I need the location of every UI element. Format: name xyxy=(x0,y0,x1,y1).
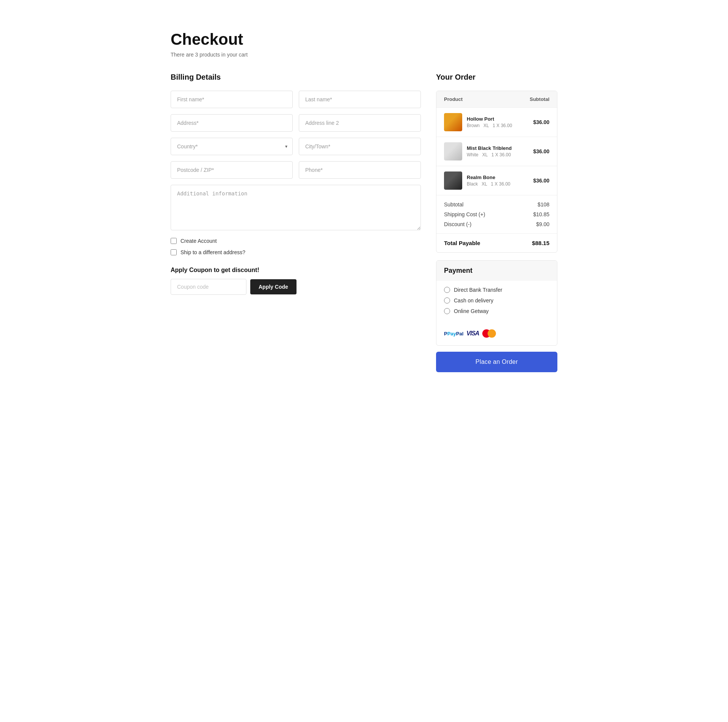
product-name: Realm Bone xyxy=(467,175,533,180)
visa-icon: VISA xyxy=(466,330,479,337)
payment-radio-online[interactable] xyxy=(444,308,450,314)
product-image-hollow xyxy=(444,113,462,131)
payment-label-cod: Cash on delivery xyxy=(454,297,493,304)
billing-title: Billing Details xyxy=(171,73,421,82)
shipping-label: Shipping Cost (+) xyxy=(444,211,485,217)
product-info-realm: Realm Bone Black XL 1 X 36.00 xyxy=(467,175,533,187)
shipping-row: Shipping Cost (+) $10.85 xyxy=(444,211,549,217)
shipping-value: $10.85 xyxy=(533,211,549,217)
paypal-icon: PPayPal xyxy=(444,331,463,337)
grand-total-row: Total Payable $88.15 xyxy=(436,233,557,252)
product-subtotal: $36.00 xyxy=(533,148,549,154)
address2-field xyxy=(299,114,421,132)
product-image-mist xyxy=(444,142,462,160)
product-image-realm xyxy=(444,171,462,190)
payment-title: Payment xyxy=(436,261,557,281)
table-row: Realm Bone Black XL 1 X 36.00 $36.00 xyxy=(436,166,557,195)
coupon-section: Apply Coupon to get discount! Apply Code xyxy=(171,267,421,295)
payment-box: Payment Direct Bank Transfer Cash on del… xyxy=(436,260,557,346)
payment-option-cod: Cash on delivery xyxy=(444,297,549,304)
postcode-field xyxy=(171,161,293,179)
address-field xyxy=(171,114,293,132)
ship-different-row: Ship to a different address? xyxy=(171,249,421,255)
phone-input[interactable] xyxy=(299,161,421,179)
order-box: Product Subtotal Hollow Port Brown XL 1 … xyxy=(436,91,557,253)
postcode-input[interactable] xyxy=(171,161,293,179)
product-meta: Black XL 1 X 36.00 xyxy=(467,181,533,187)
country-field: Country* United States United Kingdom Ca… xyxy=(171,138,293,155)
phone-field xyxy=(299,161,421,179)
last-name-field xyxy=(299,91,421,108)
order-title: Your Order xyxy=(436,73,557,82)
discount-label: Discount (-) xyxy=(444,221,471,227)
product-subtotal: $36.00 xyxy=(533,178,549,184)
additional-field xyxy=(171,185,421,232)
country-select[interactable]: Country* United States United Kingdom Ca… xyxy=(171,138,293,155)
coupon-title: Apply Coupon to get discount! xyxy=(171,267,421,274)
address2-input[interactable] xyxy=(299,114,421,132)
payment-options: Direct Bank Transfer Cash on delivery On… xyxy=(436,281,557,325)
order-totals: Subtotal $108 Shipping Cost (+) $10.85 D… xyxy=(436,195,557,233)
product-name: Mist Black Triblend xyxy=(467,145,533,151)
address-input[interactable] xyxy=(171,114,293,132)
discount-value: $9.00 xyxy=(536,221,549,227)
subtotal-col-header: Subtotal xyxy=(530,96,549,102)
create-account-row: Create Account xyxy=(171,238,421,244)
cart-count-text: There are 3 products in your cart xyxy=(171,52,557,58)
table-row: Hollow Port Brown XL 1 X 36.00 $36.00 xyxy=(436,107,557,137)
discount-row: Discount (-) $9.00 xyxy=(444,221,549,227)
product-meta: Brown XL 1 X 36.00 xyxy=(467,123,533,128)
subtotal-value: $108 xyxy=(538,201,549,208)
address-row xyxy=(171,114,421,132)
table-row: Mist Black Triblend White XL 1 X 36.00 $… xyxy=(436,137,557,166)
city-input[interactable] xyxy=(299,138,421,155)
first-name-input[interactable] xyxy=(171,91,293,108)
additional-textarea[interactable] xyxy=(171,185,421,230)
coupon-input[interactable] xyxy=(171,279,246,295)
product-info-mist: Mist Black Triblend White XL 1 X 36.00 xyxy=(467,145,533,157)
subtotal-row: Subtotal $108 xyxy=(444,201,549,208)
country-city-row: Country* United States United Kingdom Ca… xyxy=(171,138,421,155)
ship-different-checkbox[interactable] xyxy=(171,249,177,255)
product-info-hollow: Hollow Port Brown XL 1 X 36.00 xyxy=(467,116,533,128)
coupon-row: Apply Code xyxy=(171,279,421,295)
subtotal-label: Subtotal xyxy=(444,201,463,208)
total-payable-value: $88.15 xyxy=(532,240,549,246)
first-name-field xyxy=(171,91,293,108)
create-account-checkbox[interactable] xyxy=(171,238,177,244)
order-table-header: Product Subtotal xyxy=(436,91,557,107)
page-title: Checkout xyxy=(171,30,557,49)
product-name: Hollow Port xyxy=(467,116,533,122)
payment-radio-bank[interactable] xyxy=(444,287,450,293)
product-col-header: Product xyxy=(444,96,463,102)
order-section: Your Order Product Subtotal Hollow Port … xyxy=(436,73,557,372)
payment-radio-cod[interactable] xyxy=(444,297,450,304)
mastercard-icon xyxy=(482,329,496,338)
payment-option-bank: Direct Bank Transfer xyxy=(444,287,549,293)
postcode-phone-row xyxy=(171,161,421,179)
product-subtotal: $36.00 xyxy=(533,119,549,125)
billing-section: Billing Details xyxy=(171,73,421,295)
payment-icons: PPayPal VISA xyxy=(436,325,557,345)
place-order-button[interactable]: Place an Order xyxy=(436,352,557,372)
ship-different-label: Ship to a different address? xyxy=(180,249,245,255)
product-meta: White XL 1 X 36.00 xyxy=(467,152,533,157)
total-payable-label: Total Payable xyxy=(444,240,480,246)
additional-row xyxy=(171,185,421,232)
name-row xyxy=(171,91,421,108)
payment-label-online: Online Getway xyxy=(454,308,489,314)
last-name-input[interactable] xyxy=(299,91,421,108)
payment-option-online: Online Getway xyxy=(444,308,549,314)
create-account-label: Create Account xyxy=(180,238,217,244)
payment-label-bank: Direct Bank Transfer xyxy=(454,287,502,293)
apply-code-button[interactable]: Apply Code xyxy=(250,279,297,294)
city-field xyxy=(299,138,421,155)
